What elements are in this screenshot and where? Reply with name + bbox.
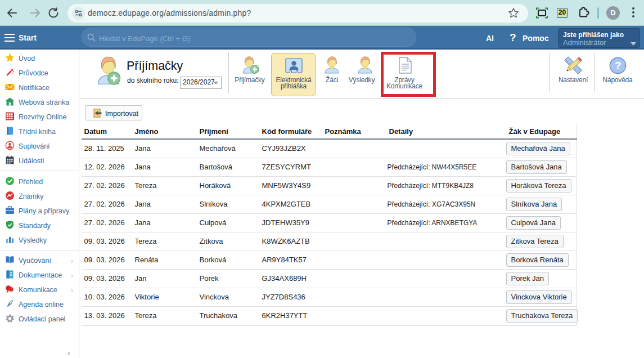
- svg-text:?: ?: [615, 60, 622, 71]
